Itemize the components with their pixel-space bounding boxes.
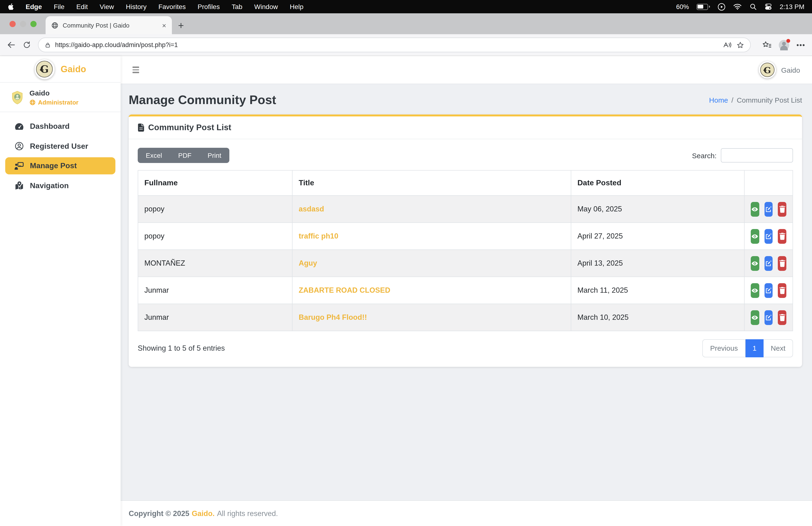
view-button[interactable] — [751, 202, 759, 216]
sidebar-item-label: Registered User — [30, 142, 88, 151]
globe-icon — [51, 22, 58, 29]
table-header-row: Fullname Title Date Posted — [138, 170, 793, 196]
menu-item-edit[interactable]: Edit — [76, 3, 88, 11]
header-fullname[interactable]: Fullname — [138, 170, 292, 196]
spotlight-search-icon[interactable] — [749, 3, 757, 11]
breadcrumb-separator: / — [731, 96, 734, 104]
edit-button[interactable] — [764, 283, 772, 298]
read-aloud-icon[interactable] — [723, 41, 732, 48]
delete-button[interactable] — [778, 283, 786, 298]
profile-avatar[interactable] — [779, 40, 789, 50]
table-row: Junmar Barugo Ph4 Flood!! March 10, 2025 — [138, 304, 793, 331]
wifi-icon[interactable] — [733, 3, 742, 10]
header-title[interactable]: Title — [292, 170, 571, 196]
refresh-icon[interactable] — [23, 41, 31, 49]
apple-icon[interactable] — [8, 3, 14, 11]
print-button[interactable]: Print — [200, 148, 229, 163]
post-title-link[interactable]: Aguy — [299, 259, 317, 267]
card-header: Community Post List — [129, 116, 802, 139]
battery-icon[interactable] — [697, 3, 710, 10]
pagination-page-1-button[interactable]: 1 — [745, 339, 764, 357]
zoom-window-button[interactable] — [30, 21, 37, 27]
pagination-previous-button[interactable]: Previous — [702, 339, 745, 357]
clock[interactable]: 2:13 PM — [780, 3, 804, 11]
playback-icon[interactable] — [717, 3, 726, 11]
new-tab-button[interactable]: + — [178, 20, 184, 30]
view-button[interactable] — [751, 310, 759, 325]
lock-icon[interactable] — [45, 42, 51, 48]
menu-item-history[interactable]: History — [126, 3, 146, 11]
cell-date: April 13, 2025 — [571, 250, 744, 277]
url-text[interactable]: https://gaido-app.cloud/admin/post.php?i… — [55, 41, 719, 48]
delete-button[interactable] — [778, 229, 786, 243]
search-control: Search: — [692, 148, 793, 162]
url-bar[interactable]: https://gaido-app.cloud/admin/post.php?i… — [38, 38, 751, 52]
sidebar-item-dashboard[interactable]: Dashboard — [5, 118, 115, 135]
search-input[interactable] — [721, 148, 793, 162]
gauge-icon — [14, 123, 24, 130]
menu-item-tab[interactable]: Tab — [232, 3, 243, 11]
sidebar-item-label: Navigation — [30, 181, 69, 190]
notification-dot — [786, 39, 790, 43]
screen: Edge File Edit View History Favorites Pr… — [0, 0, 812, 526]
edit-button[interactable] — [764, 202, 772, 216]
browser-tab-strip: Community Post | Gaido × + — [0, 13, 812, 34]
table-row: popoy traffic ph10 April 27, 2025 — [138, 223, 793, 250]
sidebar-item-registered-user[interactable]: Registered User — [5, 137, 115, 155]
menu-item-favorites[interactable]: Favorites — [158, 3, 186, 11]
delete-button[interactable] — [778, 310, 786, 325]
edit-button[interactable] — [764, 310, 772, 325]
control-center-icon[interactable] — [765, 3, 772, 11]
collections-icon[interactable] — [762, 41, 772, 49]
top-header: G← Gaido — [121, 56, 812, 84]
cell-date: March 10, 2025 — [571, 304, 744, 331]
menu-item-window[interactable]: Window — [254, 3, 278, 11]
edit-button[interactable] — [764, 229, 772, 243]
export-button-group: Excel PDF Print — [138, 148, 229, 163]
menu-item-file[interactable]: File — [54, 3, 64, 11]
post-title-link[interactable]: ZABARTE ROAD CLOSED — [299, 286, 390, 294]
pagination-next-button[interactable]: Next — [764, 339, 793, 357]
browser-menu-icon[interactable]: ••• — [796, 41, 806, 49]
breadcrumb-home-link[interactable]: Home — [709, 96, 728, 104]
main-column: G← Gaido Manage Community Post Home / Co… — [121, 56, 812, 526]
post-title-link[interactable]: asdasd — [299, 205, 324, 213]
sidebar-item-navigation[interactable]: Navigation — [5, 177, 115, 194]
menu-item-view[interactable]: View — [100, 3, 114, 11]
view-button[interactable] — [751, 283, 759, 298]
menu-item-profiles[interactable]: Profiles — [198, 3, 220, 11]
browser-tab[interactable]: Community Post | Gaido × — [46, 16, 172, 34]
excel-button[interactable]: Excel — [138, 148, 170, 163]
close-window-button[interactable] — [10, 21, 16, 27]
map-location-icon — [14, 181, 24, 190]
post-title-link[interactable]: traffic ph10 — [299, 232, 338, 240]
delete-button[interactable] — [778, 202, 786, 216]
sidebar-item-manage-post[interactable]: Manage Post — [5, 157, 115, 174]
back-icon[interactable] — [6, 41, 16, 49]
topbar-gaido-logo-icon: G← — [759, 61, 776, 79]
view-button[interactable] — [751, 229, 759, 243]
tab-title: Community Post | Gaido — [63, 22, 158, 29]
cell-fullname: MONTAÑEZ — [138, 250, 292, 277]
view-button[interactable] — [751, 256, 759, 271]
delete-button[interactable] — [778, 256, 786, 271]
minimize-window-button[interactable] — [20, 21, 26, 27]
post-title-link[interactable]: Barugo Ph4 Flood!! — [299, 313, 367, 321]
table-row: popoy asdasd May 06, 2025 — [138, 196, 793, 223]
close-tab-icon[interactable]: × — [162, 22, 166, 29]
menu-app-name[interactable]: Edge — [26, 3, 42, 11]
edit-button[interactable] — [764, 256, 772, 271]
community-post-table: Fullname Title Date Posted popoy asdasd — [138, 170, 793, 331]
topbar-brand-name[interactable]: Gaido — [781, 66, 800, 74]
header-date-posted[interactable]: Date Posted — [571, 170, 744, 196]
sidebar: G← Gaido Gaido Administrator — [0, 56, 121, 526]
favorite-star-icon[interactable] — [737, 41, 744, 49]
sidebar-brand[interactable]: G← Gaido — [0, 56, 121, 83]
user-role-badge: Administrator — [29, 99, 78, 106]
hamburger-menu-icon[interactable] — [132, 67, 139, 73]
page-viewport: G← Gaido Gaido Administrator — [0, 56, 812, 526]
header-actions — [744, 170, 793, 196]
pdf-button[interactable]: PDF — [170, 148, 200, 163]
page-title: Manage Community Post — [129, 93, 276, 108]
menu-item-help[interactable]: Help — [290, 3, 303, 11]
